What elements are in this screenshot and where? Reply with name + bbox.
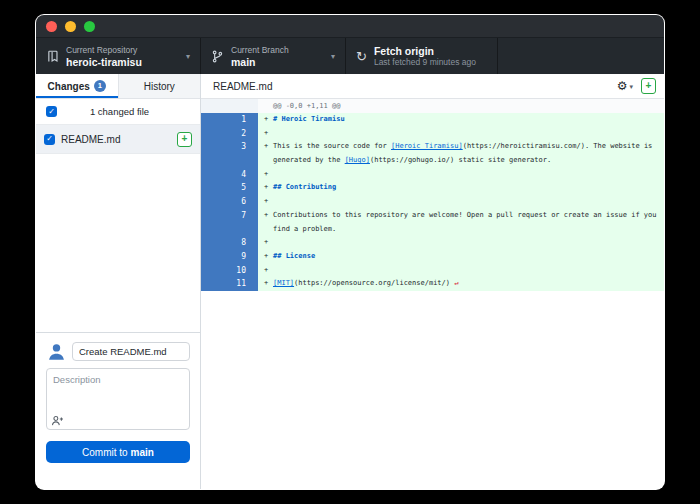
gear-icon: ⚙ bbox=[617, 80, 628, 92]
commit-button[interactable]: Commit to main bbox=[46, 441, 190, 463]
repo-icon bbox=[46, 50, 59, 63]
diff-row: generated by the [Hugo](https://gohugo.i… bbox=[201, 154, 664, 168]
diff-code-line: + bbox=[258, 264, 664, 278]
diff-code-line: @@ -0,0 +1,11 @@ bbox=[258, 99, 664, 113]
diff-row: 10+ bbox=[201, 264, 664, 278]
changes-count-badge: 1 bbox=[94, 80, 106, 92]
diff-code-line: + bbox=[258, 236, 664, 250]
diff-line-number-gutter[interactable]: 3 bbox=[201, 140, 258, 154]
diff-row: 11+[MIT](https://opensource.org/license/… bbox=[201, 277, 664, 291]
diff-code-line: + bbox=[258, 127, 664, 141]
tab-history-label: History bbox=[144, 81, 175, 92]
diff-row: 9+## License bbox=[201, 250, 664, 264]
diff-line-number-gutter[interactable]: 2 bbox=[201, 127, 258, 141]
diff-row: 3+This is the source code for [Heroic Ti… bbox=[201, 140, 664, 154]
diff-row: find a problem. bbox=[201, 223, 664, 237]
diff-code-line: +Contributions to this repository are we… bbox=[258, 209, 664, 223]
traffic-lights bbox=[36, 21, 95, 32]
titlebar[interactable] bbox=[36, 15, 664, 37]
file-name: README.md bbox=[61, 134, 171, 145]
diff-row: 5+## Contributing bbox=[201, 181, 664, 195]
diff-line-number-gutter[interactable]: 8 bbox=[201, 236, 258, 250]
check-icon: ✓ bbox=[46, 135, 53, 143]
diff-line-number-gutter[interactable]: 11 bbox=[201, 277, 258, 291]
diff-code-line: +# Heroic Tiramisu bbox=[258, 113, 664, 127]
diff-line-number-gutter[interactable]: 10 bbox=[201, 264, 258, 278]
diff-line-number-gutter bbox=[201, 99, 258, 113]
sidebar-tabs: Changes 1 History bbox=[36, 74, 200, 99]
current-repository-name: heroic-tiramisu bbox=[66, 56, 179, 68]
file-status-added-icon: + bbox=[177, 132, 192, 147]
commit-button-branch: main bbox=[131, 447, 154, 458]
diff-line-number-gutter[interactable]: 1 bbox=[201, 113, 258, 127]
commit-description-input[interactable] bbox=[46, 368, 190, 430]
diff-code-line: + bbox=[258, 195, 664, 209]
close-window-button[interactable] bbox=[46, 21, 57, 32]
changed-files-summary: 1 changed file bbox=[63, 106, 190, 117]
diff-line-number-gutter[interactable] bbox=[201, 154, 258, 168]
diff-code-line: +[MIT](https://opensource.org/license/mi… bbox=[258, 277, 664, 291]
git-branch-icon bbox=[211, 50, 224, 63]
current-branch-name: main bbox=[231, 56, 324, 68]
diff-code-line: find a problem. bbox=[258, 223, 664, 237]
current-repository-dropdown[interactable]: Current Repository heroic-tiramisu ▾ bbox=[36, 38, 201, 74]
app-window: Current Repository heroic-tiramisu ▾ Cur… bbox=[35, 14, 665, 490]
chevron-down-icon: ▾ bbox=[629, 83, 633, 90]
toolbar: Current Repository heroic-tiramisu ▾ Cur… bbox=[36, 37, 664, 74]
diff-panel: README.md ⚙ ▾ + @@ -0,0 +1,11 @@1+# Hero… bbox=[201, 74, 664, 489]
check-icon: ✓ bbox=[48, 108, 55, 116]
zoom-window-button[interactable] bbox=[84, 21, 95, 32]
diff-row: @@ -0,0 +1,11 @@ bbox=[201, 99, 664, 113]
fetch-origin-button[interactable]: ↻ Fetch origin Last fetched 9 minutes ag… bbox=[346, 38, 498, 74]
file-include-checkbox[interactable]: ✓ bbox=[44, 134, 55, 145]
minimize-window-button[interactable] bbox=[65, 21, 76, 32]
chevron-down-icon: ▾ bbox=[186, 52, 190, 61]
chevron-down-icon: ▾ bbox=[331, 52, 335, 61]
add-coauthor-icon[interactable] bbox=[51, 414, 64, 427]
diff-code-line: + bbox=[258, 168, 664, 182]
diff-line-number-gutter[interactable] bbox=[201, 223, 258, 237]
expand-diff-button[interactable]: + bbox=[641, 78, 656, 94]
current-branch-dropdown[interactable]: Current Branch main ▾ bbox=[201, 38, 346, 74]
include-all-checkbox[interactable]: ✓ bbox=[46, 106, 57, 117]
diff-row: 4+ bbox=[201, 168, 664, 182]
plus-icon: + bbox=[646, 81, 652, 91]
tab-history[interactable]: History bbox=[118, 74, 201, 98]
commit-button-prefix: Commit to bbox=[82, 447, 128, 458]
diff-code-line: +## Contributing bbox=[258, 181, 664, 195]
diff-view: @@ -0,0 +1,11 @@1+# Heroic Tiramisu2+3+T… bbox=[201, 99, 664, 489]
file-tab-readme[interactable]: README.md bbox=[209, 81, 276, 92]
file-list-empty-space bbox=[36, 154, 200, 332]
diff-line-number-gutter[interactable]: 4 bbox=[201, 168, 258, 182]
content-area: Changes 1 History ✓ 1 changed file ✓ REA… bbox=[36, 74, 664, 489]
changed-files-header: ✓ 1 changed file bbox=[36, 99, 200, 125]
diff-row: 6+ bbox=[201, 195, 664, 209]
diff-code-line: +## License bbox=[258, 250, 664, 264]
fetch-origin-title: Fetch origin bbox=[374, 45, 487, 57]
current-branch-label: Current Branch bbox=[231, 45, 324, 56]
diff-options-button[interactable]: ⚙ ▾ bbox=[617, 80, 633, 92]
diff-row: 1+# Heroic Tiramisu bbox=[201, 113, 664, 127]
diff-code-line: generated by the [Hugo](https://gohugo.i… bbox=[258, 154, 664, 168]
diff-code-line: +This is the source code for [Heroic Tir… bbox=[258, 140, 664, 154]
diff-rows: @@ -0,0 +1,11 @@1+# Heroic Tiramisu2+3+T… bbox=[201, 99, 664, 291]
current-repository-label: Current Repository bbox=[66, 45, 179, 56]
tab-changes[interactable]: Changes 1 bbox=[36, 74, 118, 98]
diff-line-number-gutter[interactable]: 9 bbox=[201, 250, 258, 264]
commit-panel: Commit to main bbox=[36, 332, 200, 489]
diff-line-number-gutter[interactable]: 5 bbox=[201, 181, 258, 195]
diff-line-number-gutter[interactable]: 6 bbox=[201, 195, 258, 209]
commit-summary-input[interactable] bbox=[72, 342, 190, 361]
diff-line-number-gutter[interactable]: 7 bbox=[201, 209, 258, 223]
sync-icon: ↻ bbox=[356, 50, 367, 63]
diff-row: 7+Contributions to this repository are w… bbox=[201, 209, 664, 223]
diff-row: 2+ bbox=[201, 127, 664, 141]
diff-row: 8+ bbox=[201, 236, 664, 250]
tab-changes-label: Changes bbox=[48, 81, 90, 92]
diff-tabbar: README.md ⚙ ▾ + bbox=[201, 74, 664, 99]
fetch-origin-subtitle: Last fetched 9 minutes ago bbox=[374, 57, 487, 68]
changes-sidebar: Changes 1 History ✓ 1 changed file ✓ REA… bbox=[36, 74, 201, 489]
avatar bbox=[46, 341, 66, 361]
file-row-readme[interactable]: ✓ README.md + bbox=[36, 125, 200, 154]
